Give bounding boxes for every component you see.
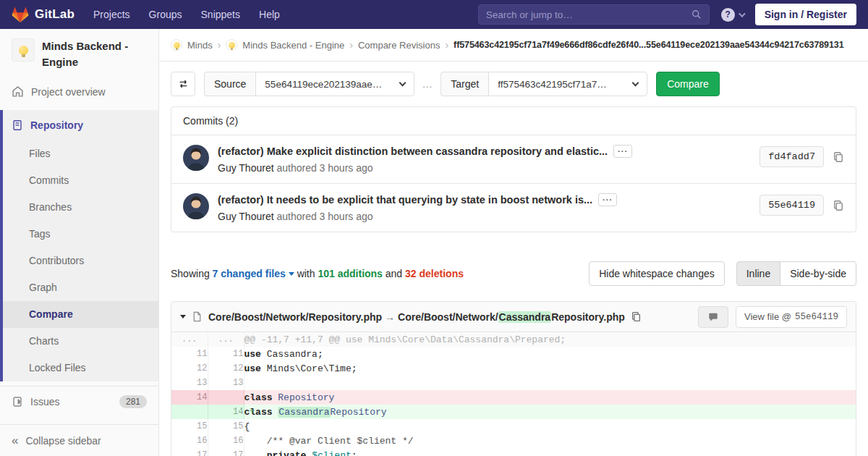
old-line-number[interactable]: 12	[171, 361, 208, 376]
new-line-number[interactable]: 15	[208, 419, 244, 434]
new-line-number[interactable]: 17	[208, 448, 244, 456]
nav-help[interactable]: Help	[259, 9, 280, 20]
commit-row: (refactor) Make explicit distinction bet…	[171, 135, 856, 183]
commit-author-link[interactable]: Guy Thouret	[218, 162, 274, 174]
commit-sha-label[interactable]: fd4fadd7	[760, 146, 824, 167]
sidebar-project-link[interactable]: Minds Backend - Engine	[0, 29, 158, 77]
code-line: use Minds\Core\Time;	[244, 361, 856, 376]
nav-groups[interactable]: Groups	[149, 9, 182, 20]
nav-projects[interactable]: Projects	[93, 9, 130, 20]
old-line-number[interactable]: 17	[171, 448, 208, 456]
source-label: Source	[204, 72, 255, 96]
sidebar-item-branches[interactable]: Branches	[3, 194, 158, 221]
file-rename-path: Core/Boost/Network/Repository.php→Core/B…	[208, 311, 625, 323]
target-ref-dropdown[interactable]: ff575463c42195cf71a7…	[488, 72, 647, 96]
nav-snippets[interactable]: Snippets	[201, 9, 240, 20]
help-dropdown[interactable]: ?	[721, 8, 744, 22]
sidebar-item-commits[interactable]: Commits	[3, 167, 158, 194]
issues-count-badge: 281	[119, 395, 147, 408]
new-line-number[interactable]: 12	[208, 361, 244, 376]
code-line	[244, 376, 856, 390]
commit-expand-button[interactable]: ···	[613, 145, 632, 158]
home-icon	[12, 85, 24, 98]
copy-sha-button[interactable]	[833, 200, 844, 211]
new-line-number[interactable]	[208, 390, 244, 405]
sidebar-item-repository[interactable]: Repository	[3, 110, 158, 140]
side-by-side-view-button[interactable]: Side-by-side	[780, 261, 856, 286]
commit-title-link[interactable]: (refactor) It needs to be explicit that …	[218, 194, 592, 206]
old-line-number[interactable]: 16	[171, 434, 208, 448]
rename-arrow: →	[385, 311, 395, 323]
commit-author-link[interactable]: Guy Thouret	[218, 211, 274, 222]
project-sidebar: Minds Backend - Engine Project overview …	[0, 29, 159, 456]
old-line-number[interactable]: 15	[171, 419, 208, 434]
diff-line-added: 14 +class CassandraRepository	[171, 405, 856, 419]
view-file-button[interactable]: View file @ 55e64119	[736, 306, 847, 328]
breadcrumb-project[interactable]: Minds Backend - Engine	[242, 40, 344, 51]
commits-header: Commits (2)	[171, 107, 856, 135]
search-input[interactable]	[486, 9, 692, 20]
collapse-sidebar-button[interactable]: « Collapse sidebar	[0, 424, 158, 456]
sidebar-item-compare[interactable]: Compare	[3, 301, 158, 328]
diff-line-removed: 14 -class Repository	[171, 390, 856, 405]
old-line-number[interactable]	[171, 405, 208, 419]
changed-files-dropdown[interactable]: 7 changed files	[213, 268, 286, 279]
compare-button[interactable]: Compare	[656, 72, 720, 96]
old-line-number[interactable]: 11	[171, 347, 208, 361]
sign-in-button[interactable]: Sign in / Register	[755, 4, 856, 25]
sidebar-item-issues[interactable]: Issues 281	[0, 387, 158, 417]
old-line-number[interactable]: ...	[171, 332, 208, 347]
source-ref-dropdown[interactable]: 55e64119ece202139aae…	[255, 72, 414, 96]
sidebar-item-label: Project overview	[31, 86, 106, 98]
commit-expand-button[interactable]: ···	[598, 193, 617, 206]
code-line: {	[244, 419, 856, 434]
copy-path-button[interactable]	[631, 311, 642, 322]
commit-sha-label[interactable]: 55e64119	[760, 195, 824, 216]
project-avatar	[12, 38, 35, 62]
old-line-number[interactable]: 13	[171, 376, 208, 390]
sidebar-item-graph[interactable]: Graph	[3, 274, 158, 301]
old-line-number[interactable]: 14	[171, 390, 208, 405]
target-ref-value: ff575463c42195cf71a7…	[498, 79, 607, 90]
breadcrumb-group[interactable]: Minds	[187, 40, 213, 51]
swap-revisions-button[interactable]	[171, 72, 195, 96]
chevron-down-icon	[632, 80, 639, 87]
sidebar-item-locked-files[interactable]: Locked Files	[3, 355, 158, 381]
commit-title-link[interactable]: (refactor) Make explicit distinction bet…	[218, 145, 608, 157]
diff-line: 12 12 use Minds\Core\Time;	[171, 361, 856, 376]
diff-view-toggle: Inline Side-by-side	[736, 261, 856, 286]
copy-sha-button[interactable]	[833, 151, 844, 163]
sidebar-item-files[interactable]: Files	[3, 140, 158, 167]
global-search[interactable]	[478, 4, 710, 25]
breadcrumb-page[interactable]: Compare Revisions	[358, 40, 440, 51]
sidebar-item-contributors[interactable]: Contributors	[3, 248, 158, 274]
breadcrumb-separator: ›	[445, 39, 448, 51]
top-navbar: GitLab Projects Groups Snippets Help ? S…	[0, 0, 868, 29]
new-line-number[interactable]: ...	[208, 332, 244, 347]
toggle-comments-button[interactable]	[698, 306, 728, 328]
diff-hunk-row: ... ... @@ -11,7 +11,7 @@ use Minds\Core…	[171, 332, 856, 347]
inline-view-button[interactable]: Inline	[736, 261, 780, 286]
sidebar-item-project-overview[interactable]: Project overview	[0, 77, 158, 106]
source-ref-value: 55e64119ece202139aae…	[265, 79, 382, 90]
gitlab-logo[interactable]: GitLab	[12, 7, 75, 23]
new-line-number[interactable]: 13	[208, 376, 244, 390]
new-line-number[interactable]: 14	[208, 405, 244, 419]
new-line-number[interactable]: 16	[208, 434, 244, 448]
sidebar-item-tags[interactable]: Tags	[3, 221, 158, 248]
view-file-label: View file @	[744, 311, 791, 322]
target-group: Target ff575463c42195cf71a7…	[441, 72, 647, 96]
repository-submenu: Files Commits Branches Tags Contributors…	[3, 140, 158, 381]
diff-line: 15 15 {	[171, 419, 856, 434]
removed-sign: -	[250, 390, 255, 405]
new-line-number[interactable]: 11	[208, 347, 244, 361]
hide-whitespace-button[interactable]: Hide whitespace changes	[589, 261, 725, 286]
sidebar-item-charts[interactable]: Charts	[3, 328, 158, 355]
comment-bubble-icon	[708, 312, 718, 322]
collapse-diff-caret-icon[interactable]	[180, 315, 186, 318]
commit-authored-ago: authored 3 hours ago	[276, 162, 373, 174]
view-file-sha: 55e64119	[795, 312, 838, 322]
chevron-down-icon	[739, 10, 746, 17]
diff-line: 17 17 private $client;	[171, 448, 856, 456]
added-sign: +	[250, 405, 255, 419]
